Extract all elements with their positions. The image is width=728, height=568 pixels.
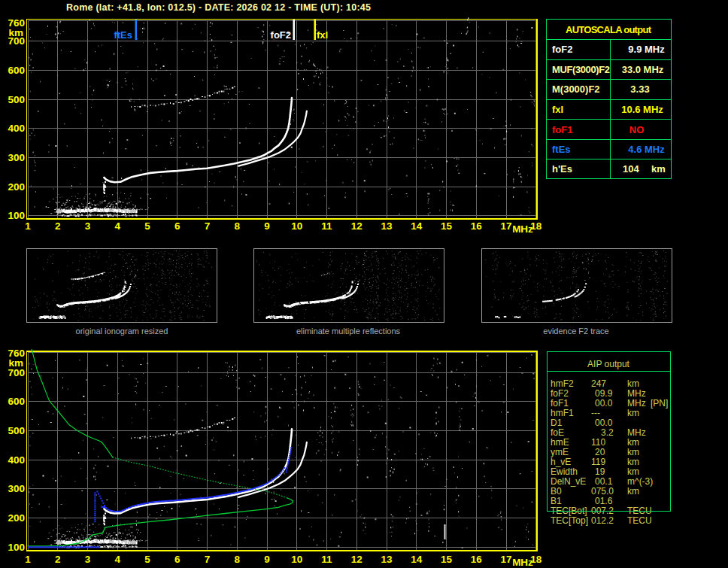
svg-text:hmF2: hmF2 [551, 378, 574, 389]
svg-text:km: km [627, 466, 639, 477]
svg-text:Rome (lat: +41.8, lon: 012.5): Rome (lat: +41.8, lon: 012.5) - DATE: 20… [66, 2, 371, 13]
svg-text:500: 500 [8, 94, 25, 105]
svg-text:MHz: MHz [627, 427, 646, 438]
svg-text:2: 2 [55, 554, 61, 565]
svg-text:km: km [651, 163, 666, 175]
svg-text:hmF1: hmF1 [551, 408, 574, 418]
svg-text:09.9: 09.9 [595, 388, 613, 399]
svg-text:14: 14 [411, 554, 423, 565]
svg-text:MHz: MHz [512, 557, 533, 568]
svg-text:13: 13 [381, 220, 393, 232]
svg-text:foF2: foF2 [552, 44, 572, 55]
svg-text:km: km [627, 486, 639, 497]
svg-text:foF2: foF2 [551, 388, 569, 399]
svg-text:ftEs: ftEs [114, 29, 132, 41]
svg-text:3.33: 3.33 [630, 84, 649, 95]
svg-text:9.9 MHz: 9.9 MHz [628, 44, 665, 55]
svg-text:km: km [627, 457, 639, 467]
svg-text:original ionogram resized: original ionogram resized [76, 327, 168, 336]
svg-text:5: 5 [144, 554, 150, 565]
svg-text:17: 17 [500, 554, 511, 565]
svg-text:12: 12 [351, 220, 362, 232]
svg-text:33.0 MHz: 33.0 MHz [622, 64, 664, 75]
svg-text:h'Es: h'Es [552, 163, 572, 175]
svg-text:2: 2 [55, 220, 61, 232]
svg-text:100: 100 [8, 542, 25, 553]
svg-text:5: 5 [144, 220, 150, 232]
svg-text:8: 8 [234, 554, 240, 565]
svg-text:eliminate multiple reflections: eliminate multiple reflections [296, 327, 401, 336]
svg-text:3: 3 [85, 220, 91, 232]
svg-text:100: 100 [8, 210, 25, 221]
svg-text:4.6 MHz: 4.6 MHz [628, 144, 665, 155]
svg-text:00.1: 00.1 [595, 476, 613, 487]
svg-text:075.0: 075.0 [591, 486, 614, 497]
svg-text:6: 6 [174, 220, 180, 232]
svg-text:7: 7 [205, 554, 211, 565]
svg-text:D1: D1 [551, 418, 563, 428]
svg-text:10: 10 [291, 554, 302, 565]
svg-text:200: 200 [8, 512, 25, 524]
svg-text:3.2: 3.2 [601, 427, 614, 438]
svg-text:NO: NO [629, 124, 645, 135]
svg-text:00.0: 00.0 [595, 418, 613, 428]
svg-text:M(3000)F2: M(3000)F2 [552, 84, 600, 95]
svg-text:400: 400 [8, 123, 25, 134]
svg-text:MHz: MHz [627, 398, 646, 409]
svg-text:500: 500 [8, 425, 25, 436]
svg-text:AUTOSCALA output: AUTOSCALA output [566, 24, 652, 35]
svg-text:ftEs: ftEs [552, 144, 571, 155]
svg-text:h_vE: h_vE [551, 457, 571, 467]
svg-text:15: 15 [441, 554, 453, 565]
svg-text:km: km [627, 378, 639, 389]
svg-text:200: 200 [8, 181, 25, 193]
svg-text:16: 16 [471, 220, 483, 232]
svg-text:11: 11 [321, 220, 332, 232]
svg-text:110: 110 [591, 437, 605, 448]
svg-text:fxI: fxI [317, 29, 328, 41]
svg-text:1: 1 [25, 220, 31, 232]
svg-text:MHz: MHz [512, 223, 533, 235]
svg-text:4: 4 [114, 554, 120, 565]
svg-text:20: 20 [595, 447, 605, 457]
svg-text:400: 400 [8, 454, 25, 466]
svg-text:10: 10 [291, 220, 302, 232]
svg-text:hmE: hmE [551, 437, 569, 448]
svg-text:700: 700 [8, 367, 25, 378]
svg-text:foF1: foF1 [552, 124, 572, 135]
svg-text:DelN_vE: DelN_vE [551, 476, 586, 487]
svg-text:9: 9 [264, 220, 270, 232]
svg-text:6: 6 [174, 554, 180, 565]
svg-text:foF2: foF2 [271, 29, 291, 41]
svg-text:---: --- [591, 408, 600, 418]
svg-text:104: 104 [623, 163, 639, 175]
svg-text:foE: foE [551, 427, 564, 438]
svg-text:3: 3 [85, 554, 91, 565]
svg-text:7: 7 [205, 220, 211, 232]
svg-text:km: km [627, 447, 639, 457]
svg-text:Ewidth: Ewidth [551, 466, 578, 477]
svg-text:17: 17 [500, 220, 511, 232]
svg-text:4: 4 [114, 220, 120, 232]
svg-text:13: 13 [381, 554, 393, 565]
svg-text:foF1: foF1 [551, 398, 569, 409]
svg-text:TEC[Top]: TEC[Top] [551, 515, 588, 526]
svg-text:m^(-3): m^(-3) [627, 476, 653, 487]
svg-text:300: 300 [8, 483, 25, 494]
svg-text:9: 9 [264, 554, 270, 565]
svg-text:fxI: fxI [552, 104, 563, 115]
svg-text:km: km [627, 408, 639, 418]
svg-text:600: 600 [8, 396, 25, 407]
svg-text:600: 600 [8, 65, 25, 76]
svg-text:119: 119 [591, 457, 605, 467]
svg-text:300: 300 [8, 152, 25, 163]
svg-text:8: 8 [234, 220, 240, 232]
svg-text:00.0: 00.0 [595, 398, 613, 409]
svg-text:TECU: TECU [627, 515, 652, 526]
svg-text:B0: B0 [551, 486, 562, 497]
svg-text:12: 12 [351, 554, 362, 565]
svg-text:19: 19 [595, 466, 605, 477]
svg-text:11: 11 [321, 554, 332, 565]
svg-text:247: 247 [591, 378, 606, 389]
svg-text:14: 14 [411, 220, 423, 232]
